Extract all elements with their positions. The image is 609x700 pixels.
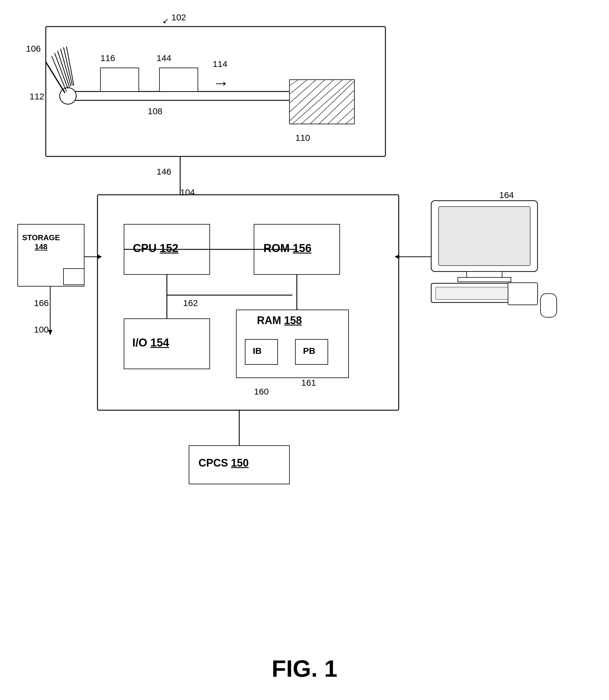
svg-line-12 xyxy=(310,81,354,124)
svg-text:→: → xyxy=(213,73,229,92)
svg-line-5 xyxy=(290,80,298,86)
rom-label: ROM 156 xyxy=(263,242,312,255)
ref-160: 160 xyxy=(254,387,269,397)
svg-rect-52 xyxy=(431,283,538,303)
svg-line-22 xyxy=(57,51,69,87)
ref-108: 108 xyxy=(148,106,162,116)
svg-marker-57 xyxy=(395,254,399,259)
svg-line-16 xyxy=(346,116,354,124)
svg-rect-18 xyxy=(159,68,198,91)
ref-106: 106 xyxy=(26,44,41,54)
svg-line-25 xyxy=(67,46,74,86)
ref-161: 161 xyxy=(301,378,316,388)
svg-rect-49 xyxy=(439,207,530,266)
cpu-label: CPU 152 xyxy=(133,242,178,255)
svg-rect-53 xyxy=(436,287,533,300)
svg-line-21 xyxy=(55,53,68,89)
ref-164: 164 xyxy=(499,190,514,200)
ref-114: 114 xyxy=(213,59,227,69)
ref-104: 104 xyxy=(180,187,195,197)
svg-rect-41 xyxy=(64,269,84,285)
svg-line-14 xyxy=(328,99,354,124)
svg-marker-43 xyxy=(98,254,102,259)
ref-146: 146 xyxy=(157,167,171,177)
svg-line-7 xyxy=(290,80,316,103)
ref-144: 144 xyxy=(157,53,171,63)
ref-102: 102 xyxy=(171,12,186,22)
svg-line-24 xyxy=(64,47,72,86)
diagram-container: → xyxy=(0,0,609,700)
svg-rect-55 xyxy=(540,294,557,317)
svg-rect-0 xyxy=(46,26,385,157)
ref-100: 100 xyxy=(34,325,49,335)
svg-line-13 xyxy=(319,90,354,124)
ref-166: 166 xyxy=(34,298,49,308)
svg-line-9 xyxy=(290,80,334,121)
svg-line-10 xyxy=(292,80,343,124)
ref-112: 112 xyxy=(30,91,44,102)
arrow-102: ↙ xyxy=(162,16,169,25)
svg-rect-28 xyxy=(98,195,399,410)
svg-line-26 xyxy=(46,62,65,93)
svg-line-6 xyxy=(290,80,307,94)
svg-line-8 xyxy=(290,80,325,112)
ib-label: IB xyxy=(253,346,262,356)
io-label: I/O 154 xyxy=(132,337,169,349)
svg-rect-48 xyxy=(431,201,538,271)
svg-point-3 xyxy=(60,88,76,104)
ref-116: 116 xyxy=(100,53,115,63)
ref-162: 162 xyxy=(183,298,198,308)
svg-line-20 xyxy=(52,56,67,91)
cpcs-label: CPCS 150 xyxy=(198,457,249,469)
svg-marker-45 xyxy=(48,330,52,335)
svg-rect-17 xyxy=(100,68,139,91)
svg-rect-50 xyxy=(467,271,502,277)
svg-rect-51 xyxy=(458,277,511,282)
pb-label: PB xyxy=(303,346,315,356)
storage-label: STORAGE 148 xyxy=(22,233,60,251)
svg-rect-4 xyxy=(290,80,354,124)
ram-label: RAM 158 xyxy=(257,314,302,327)
svg-line-11 xyxy=(301,80,351,124)
svg-line-23 xyxy=(60,49,71,86)
figure-caption: FIG. 1 xyxy=(272,655,337,682)
svg-rect-54 xyxy=(508,283,538,305)
ref-110: 110 xyxy=(295,133,310,143)
svg-line-15 xyxy=(337,108,354,124)
